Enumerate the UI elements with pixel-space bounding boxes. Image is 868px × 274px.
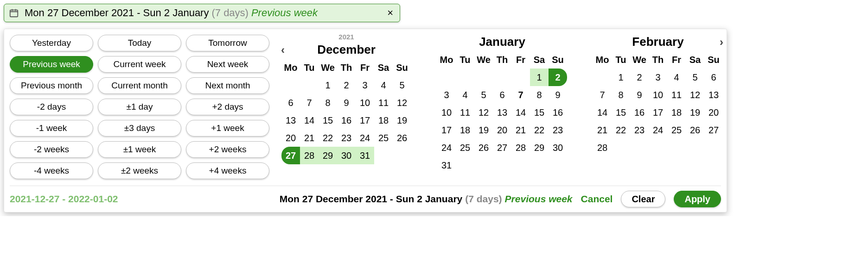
day-cell[interactable]: 29 — [530, 139, 549, 156]
clear-button[interactable]: Clear — [621, 191, 665, 207]
day-cell[interactable]: 5 — [393, 76, 411, 94]
day-cell[interactable]: 22 — [530, 121, 549, 139]
prev-month-button[interactable]: ‹ — [277, 44, 289, 56]
clear-icon[interactable]: × — [385, 7, 395, 19]
day-cell[interactable]: 23 — [549, 121, 567, 139]
preset-tomorrow[interactable]: Tomorrow — [186, 35, 269, 51]
preset--2-days[interactable]: +2 days — [186, 99, 269, 115]
day-cell[interactable]: 14 — [300, 112, 319, 129]
preset-next-month[interactable]: Next month — [186, 77, 269, 94]
day-cell[interactable]: 22 — [612, 121, 630, 139]
day-cell[interactable]: 7 — [300, 94, 319, 112]
day-cell[interactable]: 16 — [337, 112, 356, 129]
day-cell[interactable]: 26 — [393, 129, 411, 147]
day-cell[interactable]: 13 — [493, 104, 511, 121]
day-cell[interactable]: 3 — [649, 68, 667, 86]
day-cell[interactable]: 25 — [374, 129, 393, 147]
preset-today[interactable]: Today — [98, 35, 181, 51]
day-cell[interactable]: 10 — [356, 94, 374, 112]
preset-yesterday[interactable]: Yesterday — [10, 35, 93, 51]
day-cell[interactable]: 23 — [337, 129, 356, 147]
day-cell[interactable]: 4 — [667, 68, 686, 86]
day-cell[interactable]: 10 — [437, 104, 456, 121]
day-cell[interactable]: 8 — [530, 86, 549, 104]
preset--1-day[interactable]: ±1 day — [98, 99, 181, 115]
day-cell[interactable]: 9 — [337, 94, 356, 112]
day-cell[interactable]: 21 — [593, 121, 612, 139]
day-cell[interactable]: 28 — [511, 139, 530, 156]
day-cell[interactable]: 27 — [493, 139, 511, 156]
preset--2-weeks[interactable]: ±2 weeks — [98, 162, 181, 179]
day-cell[interactable]: 30 — [337, 147, 356, 164]
day-cell[interactable]: 16 — [630, 104, 649, 121]
day-cell[interactable]: 13 — [704, 86, 723, 104]
preset--4-weeks[interactable]: -4 weeks — [10, 162, 93, 179]
day-cell[interactable]: 7 — [593, 86, 612, 104]
preset--1-week[interactable]: +1 week — [186, 120, 269, 137]
day-cell[interactable]: 21 — [511, 121, 530, 139]
day-cell[interactable]: 5 — [474, 86, 493, 104]
day-cell[interactable]: 10 — [649, 86, 667, 104]
day-cell[interactable]: 15 — [319, 112, 337, 129]
day-cell[interactable]: 23 — [630, 121, 649, 139]
preset--4-weeks[interactable]: +4 weeks — [186, 162, 269, 179]
day-cell[interactable]: 25 — [456, 139, 474, 156]
preset-next-week[interactable]: Next week — [186, 56, 269, 73]
day-cell[interactable]: 18 — [667, 104, 686, 121]
day-cell[interactable]: 19 — [474, 121, 493, 139]
day-cell[interactable]: 28 — [593, 139, 612, 156]
day-cell[interactable]: 9 — [549, 86, 567, 104]
day-cell[interactable]: 14 — [511, 104, 530, 121]
day-cell[interactable]: 1 — [530, 68, 549, 86]
day-cell[interactable]: 11 — [667, 86, 686, 104]
day-cell[interactable]: 17 — [437, 121, 456, 139]
day-cell[interactable]: 3 — [356, 76, 374, 94]
day-cell[interactable]: 7 — [511, 86, 530, 104]
day-cell[interactable]: 12 — [686, 86, 704, 104]
day-cell[interactable]: 31 — [437, 156, 456, 174]
day-cell[interactable]: 27 — [704, 121, 723, 139]
day-cell[interactable]: 6 — [281, 94, 300, 112]
day-cell[interactable]: 26 — [474, 139, 493, 156]
day-cell[interactable]: 17 — [356, 112, 374, 129]
day-cell[interactable]: 8 — [612, 86, 630, 104]
day-cell[interactable]: 26 — [686, 121, 704, 139]
day-cell[interactable]: 2 — [337, 76, 356, 94]
day-cell[interactable]: 22 — [319, 129, 337, 147]
day-cell[interactable]: 14 — [593, 104, 612, 121]
day-cell[interactable]: 19 — [393, 112, 411, 129]
day-cell[interactable]: 30 — [549, 139, 567, 156]
day-cell[interactable]: 12 — [393, 94, 411, 112]
preset--3-days[interactable]: ±3 days — [98, 120, 181, 137]
day-cell[interactable]: 24 — [437, 139, 456, 156]
next-month-button[interactable]: › — [715, 36, 728, 49]
day-cell[interactable]: 18 — [374, 112, 393, 129]
day-cell[interactable]: 20 — [281, 129, 300, 147]
day-cell[interactable]: 18 — [456, 121, 474, 139]
preset-current-month[interactable]: Current month — [98, 77, 181, 94]
day-cell[interactable]: 12 — [474, 104, 493, 121]
day-cell[interactable]: 15 — [612, 104, 630, 121]
preset--2-weeks[interactable]: +2 weeks — [186, 141, 269, 158]
day-cell[interactable]: 4 — [374, 76, 393, 94]
day-cell[interactable]: 4 — [456, 86, 474, 104]
apply-button[interactable]: Apply — [674, 191, 721, 207]
preset-current-week[interactable]: Current week — [98, 56, 181, 73]
day-cell[interactable]: 19 — [686, 104, 704, 121]
day-cell[interactable]: 31 — [356, 147, 374, 164]
cancel-button[interactable]: Cancel — [581, 193, 613, 205]
day-cell[interactable]: 9 — [630, 86, 649, 104]
day-cell[interactable]: 17 — [649, 104, 667, 121]
day-cell[interactable]: 2 — [549, 68, 567, 86]
day-cell[interactable]: 11 — [374, 94, 393, 112]
day-cell[interactable]: 13 — [281, 112, 300, 129]
day-cell[interactable]: 27 — [281, 147, 300, 164]
day-cell[interactable]: 2 — [630, 68, 649, 86]
day-cell[interactable]: 24 — [356, 129, 374, 147]
preset--2-days[interactable]: -2 days — [10, 99, 93, 115]
day-cell[interactable]: 20 — [704, 104, 723, 121]
day-cell[interactable]: 11 — [456, 104, 474, 121]
preset-previous-week[interactable]: Previous week — [10, 56, 93, 73]
preset--2-weeks[interactable]: -2 weeks — [10, 141, 93, 158]
day-cell[interactable]: 16 — [549, 104, 567, 121]
